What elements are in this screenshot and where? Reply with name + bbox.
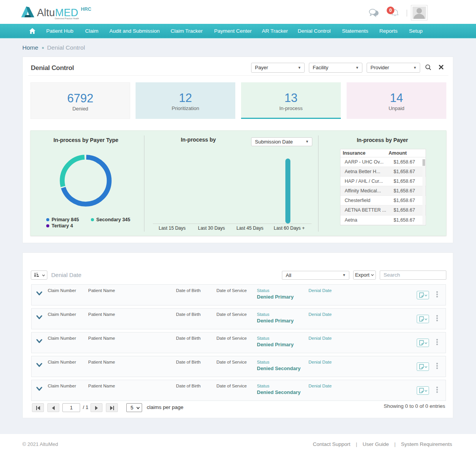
svg-text:Optimized Practice Health: Optimized Practice Health: [55, 17, 79, 20]
svg-text:MED: MED: [55, 7, 78, 18]
svg-text:Altu: Altu: [37, 7, 55, 18]
